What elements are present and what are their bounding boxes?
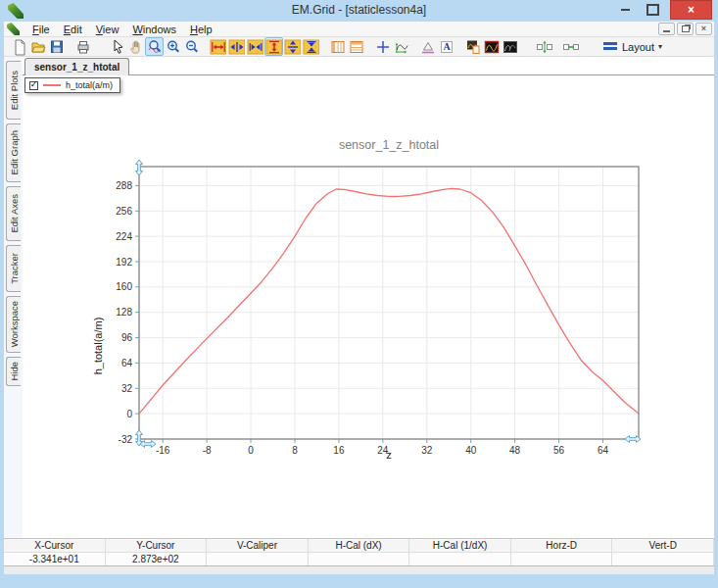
- title-bar: EM.Grid - [staticlesson4a] ×: [0, 0, 718, 22]
- tab-sensor-1-z-htotal[interactable]: sensor_1_z_htotal: [24, 58, 129, 75]
- new-document-icon[interactable]: [10, 37, 28, 56]
- sidebar-tab-tracker[interactable]: Tracker: [6, 245, 21, 292]
- plot-style-icon[interactable]: [463, 37, 482, 56]
- svg-text:0: 0: [126, 409, 132, 419]
- app-window: EM.Grid - [staticlesson4a] × File Edit V…: [0, 0, 718, 588]
- legend-box: ✓ h_total(a/m): [24, 77, 120, 93]
- mdi-restore-icon: [682, 25, 690, 32]
- sidebar-tab-hide[interactable]: Hide: [6, 357, 21, 386]
- horizontal-split-icon[interactable]: [347, 37, 365, 56]
- status-col-y-cursor: Y-Cursor: [106, 539, 208, 552]
- waveform-red-icon[interactable]: [482, 37, 501, 56]
- svg-text:32: 32: [121, 383, 133, 394]
- svg-text:256: 256: [116, 206, 132, 217]
- status-val-x-cursor: -3.341e+01: [4, 553, 106, 565]
- split-y-icon[interactable]: [283, 37, 302, 56]
- pan-hand-icon[interactable]: [126, 37, 145, 56]
- svg-text:288: 288: [116, 180, 132, 191]
- x-axis-label: z: [139, 449, 639, 461]
- text-annotation-icon[interactable]: A: [437, 37, 455, 56]
- svg-text:A: A: [443, 41, 451, 52]
- menu-file[interactable]: File: [25, 23, 57, 36]
- sidebar-tab-edit-graph[interactable]: Edit Graph: [6, 123, 21, 182]
- sidebar-tab-strip: Edit Plots Edit Graph Edit Axes Tracker …: [4, 57, 23, 540]
- mdi-minimize-button[interactable]: [658, 23, 675, 35]
- bottom-strip: [4, 566, 714, 574]
- zoom-window-icon[interactable]: [145, 37, 164, 56]
- plot-svg[interactable]: -16-80816243240485664-320326496128160192…: [139, 167, 639, 439]
- status-val-horz-d: [511, 553, 613, 565]
- sidebar-tab-workspace[interactable]: Workspace: [6, 296, 21, 353]
- mdi-restore-button[interactable]: [677, 23, 694, 35]
- window-title: EM.Grid - [staticlesson4a]: [0, 3, 718, 17]
- zoom-out-icon[interactable]: [182, 37, 201, 56]
- waveform-dark-icon[interactable]: [501, 37, 519, 56]
- svg-text:-32: -32: [119, 434, 133, 445]
- crosshair-icon[interactable]: [373, 37, 392, 56]
- status-col-h-cal-1dx: H-Cal (1/dX): [409, 539, 511, 552]
- zoom-in-icon[interactable]: [164, 37, 182, 56]
- mdi-close-button[interactable]: ×: [695, 23, 712, 35]
- svg-text:128: 128: [116, 307, 132, 318]
- status-val-y-cursor: 2.873e+02: [106, 553, 208, 565]
- vertical-split-icon[interactable]: [328, 37, 347, 56]
- svg-text:96: 96: [121, 332, 133, 343]
- svg-text:160: 160: [116, 281, 132, 292]
- mdi-controls: ×: [658, 23, 714, 35]
- status-col-h-cal-dx: H-Cal (dX): [309, 539, 410, 552]
- app-logo-small-icon: [7, 23, 20, 35]
- minimize-icon: [621, 9, 630, 11]
- status-col-v-caliper: V-Caliper: [207, 539, 309, 552]
- expand-x-icon[interactable]: [209, 37, 227, 56]
- menu-view[interactable]: View: [89, 23, 126, 36]
- status-val-vert-d: [612, 553, 714, 565]
- status-value-row: -3.341e+01 2.873e+02: [4, 553, 714, 565]
- legend-label: h_total(a/m): [66, 80, 113, 90]
- close-button[interactable]: ×: [670, 0, 712, 20]
- layout-button-label: Layout: [622, 41, 654, 53]
- minimize-button[interactable]: [612, 0, 638, 20]
- chevron-down-icon: ▾: [658, 42, 662, 51]
- caliper-icon[interactable]: [418, 37, 437, 56]
- fit-y-icon[interactable]: [302, 37, 320, 56]
- print-icon[interactable]: [73, 37, 92, 56]
- status-bar: X-Cursor Y-Cursor V-Caliper H-Cal (dX) H…: [4, 538, 714, 566]
- status-col-horz-d: Horz-D: [511, 539, 613, 552]
- toolbar: A Layout ▾: [4, 37, 714, 57]
- split-x-icon[interactable]: [227, 37, 246, 56]
- menu-bar: File Edit View Windows Help ×: [4, 22, 714, 37]
- main-area: Edit Plots Edit Graph Edit Axes Tracker …: [4, 57, 714, 540]
- menu-edit[interactable]: Edit: [57, 23, 89, 36]
- menu-windows[interactable]: Windows: [125, 23, 183, 36]
- x-axis-right-handle[interactable]: [625, 436, 641, 443]
- stack-horizontal-icon[interactable]: [561, 37, 580, 56]
- expand-y-icon[interactable]: [264, 37, 283, 56]
- pointer-icon[interactable]: [108, 37, 126, 56]
- mdi-close-icon: ×: [701, 24, 706, 33]
- close-icon: ×: [688, 3, 694, 17]
- legend-checkbox[interactable]: ✓: [29, 81, 38, 90]
- stack-vertical-icon[interactable]: [535, 37, 553, 56]
- status-val-h-cal-1dx: [409, 553, 511, 565]
- status-val-v-caliper: [207, 553, 309, 565]
- status-col-vert-d: Vert-D: [612, 539, 714, 552]
- y-axis-top-handle[interactable]: [136, 160, 143, 175]
- status-val-h-cal-dx: [309, 553, 410, 565]
- open-icon[interactable]: [28, 37, 47, 56]
- mdi-minimize-icon: [663, 30, 670, 32]
- layout-button[interactable]: Layout ▾: [596, 38, 669, 56]
- sidebar-tab-edit-axes[interactable]: Edit Axes: [6, 186, 21, 241]
- tracker-icon[interactable]: [392, 37, 410, 56]
- maximize-icon: [646, 4, 659, 16]
- svg-text:64: 64: [121, 358, 133, 368]
- legend-line-sample: [43, 84, 61, 86]
- y-axis-label: h_total(a/m): [92, 318, 104, 375]
- x-axis-left-handle[interactable]: [140, 441, 156, 448]
- status-col-x-cursor: X-Cursor: [4, 539, 106, 552]
- sidebar-tab-edit-plots[interactable]: Edit Plots: [6, 61, 21, 120]
- maximize-button[interactable]: [640, 0, 665, 20]
- fit-x-icon[interactable]: [246, 37, 264, 56]
- menu-help[interactable]: Help: [183, 23, 219, 36]
- status-header-row: X-Cursor Y-Cursor V-Caliper H-Cal (dX) H…: [4, 539, 714, 553]
- save-icon[interactable]: [47, 37, 66, 56]
